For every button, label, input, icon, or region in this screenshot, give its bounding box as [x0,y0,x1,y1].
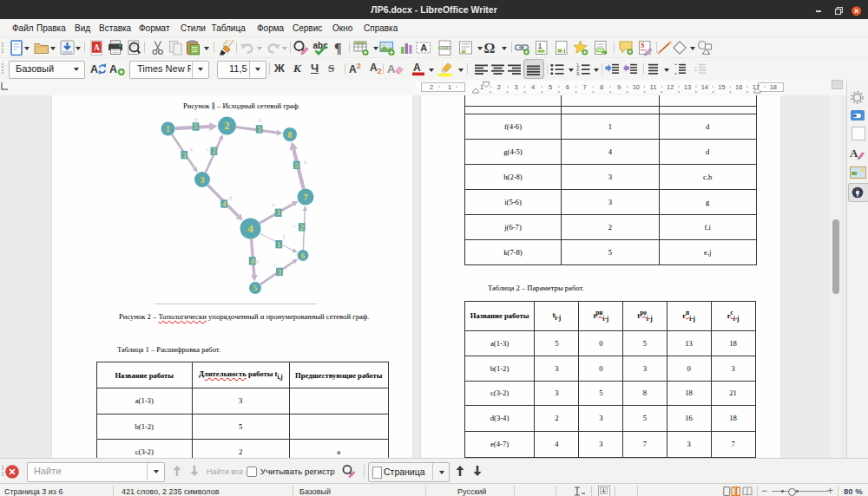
svg-text:d: d [229,194,233,201]
svg-text:3: 3 [278,268,281,277]
svg-text:k: k [304,159,307,166]
svg-text:14: 14 [701,83,708,91]
svg-text:A: A [109,63,117,75]
svg-text:9: 9 [617,83,621,91]
svg-text:16: 16 [735,83,742,91]
svg-text:5: 5 [253,284,257,292]
svg-text:5: 5 [295,161,299,170]
svg-text:1: 1 [448,83,451,91]
svg-text:A: A [90,63,98,75]
svg-text:12: 12 [667,83,674,91]
svg-text:3: 3 [182,151,186,160]
svg-text:7: 7 [582,83,586,91]
svg-text:11: 11 [650,83,657,91]
svg-text:4: 4 [222,199,227,208]
svg-text:7: 7 [303,192,308,202]
svg-text:6: 6 [566,83,569,91]
svg-text:3: 3 [200,175,204,185]
svg-text:8: 8 [600,83,603,91]
svg-text:j: j [273,261,276,268]
svg-text:2: 2 [300,223,304,232]
svg-text:1: 1 [277,240,280,249]
svg-text:A: A [420,42,427,53]
svg-text:2: 2 [212,147,215,155]
svg-text:1: 1 [166,124,170,134]
svg-text:5: 5 [194,122,197,131]
svg-text:Ω: Ω [484,40,496,55]
svg-text:A: A [387,62,396,75]
svg-text:h: h [259,117,262,124]
svg-text:10: 10 [633,83,640,91]
svg-text:A: A [413,62,421,74]
svg-text:8: 8 [288,130,293,140]
svg-text:a: a [190,146,194,153]
svg-text:4: 4 [247,222,253,235]
svg-text:2: 2 [430,83,433,91]
svg-text:3.: 3. [576,71,581,76]
svg-text:4: 4 [531,83,535,91]
svg-text:2: 2 [497,83,501,91]
svg-text:3: 3 [514,83,517,91]
svg-text:A: A [94,43,100,52]
svg-text:A: A [850,147,858,160]
svg-text:18: 18 [770,83,777,91]
svg-text:g: g [256,258,260,264]
svg-text:15: 15 [718,83,725,91]
svg-text:c: c [207,146,210,153]
svg-text:6: 6 [301,252,305,260]
svg-text:13: 13 [684,83,691,91]
svg-text:abc: abc [313,40,329,49]
svg-text:e: e [272,201,274,208]
svg-text:b: b [194,116,198,123]
svg-text:i: i [293,223,295,230]
svg-text:4: 4 [251,257,255,265]
svg-text:3: 3 [258,125,261,134]
svg-text:3: 3 [277,208,280,217]
svg-text:S: S [641,42,645,49]
svg-text:1: 1 [538,42,542,50]
svg-text:¶: ¶ [334,41,342,55]
svg-text:2: 2 [225,120,230,132]
svg-text:f: f [283,233,286,240]
svg-text:5: 5 [549,83,552,91]
